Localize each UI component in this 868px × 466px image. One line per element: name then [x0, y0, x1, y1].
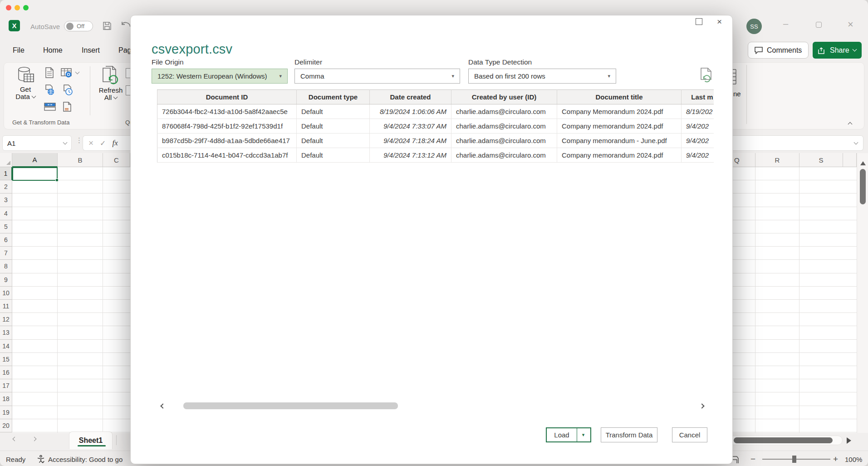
recent-sources-icon[interactable]	[63, 84, 74, 95]
get-data-button[interactable]: Get Data	[11, 66, 40, 111]
refresh-preview-icon[interactable]	[699, 68, 713, 83]
zoom-in-button[interactable]: +	[833, 454, 838, 464]
formula-bar-expand-icon[interactable]	[854, 140, 858, 144]
column-header-b[interactable]: B	[58, 153, 103, 167]
menu-tab-insert[interactable]: Insert	[82, 46, 100, 55]
cancel-button[interactable]: Cancel	[672, 427, 707, 442]
menu-tab-page-layout[interactable]: Pag	[118, 46, 131, 55]
get-data-label-2: Data	[15, 93, 30, 100]
row-header-20[interactable]: 20	[0, 419, 12, 432]
share-button[interactable]: Share	[813, 42, 862, 59]
refresh-all-button[interactable]: Refresh All	[93, 66, 128, 111]
row-header-11[interactable]: 11	[0, 300, 12, 313]
name-box[interactable]: A1	[2, 135, 72, 151]
preview-column-header[interactable]: Last m	[682, 90, 714, 104]
transform-data-button[interactable]: Transform Data	[601, 427, 657, 442]
column-header-r[interactable]: R	[755, 153, 799, 167]
save-icon[interactable]	[102, 20, 113, 31]
window-minimize-button[interactable]: –	[783, 19, 788, 28]
row-header-1[interactable]: 1	[0, 167, 12, 180]
sheet-tab-sheet1[interactable]: Sheet1	[69, 431, 113, 449]
horizontal-scrollbar[interactable]	[729, 436, 843, 445]
zoom-out-button[interactable]: −	[750, 454, 755, 464]
row-header-6[interactable]: 6	[0, 233, 12, 247]
autosave-toggle[interactable]: Off	[64, 21, 93, 31]
preview-cell: Default	[297, 104, 370, 119]
row-header-15[interactable]: 15	[0, 353, 12, 366]
row-header-14[interactable]: 14	[0, 340, 12, 353]
select-all-corner[interactable]	[0, 153, 12, 167]
row-header-3[interactable]: 3	[0, 193, 12, 207]
orange-doc-icon[interactable]	[63, 102, 72, 112]
row-header-12[interactable]: 12	[0, 313, 12, 326]
dialog-close-button[interactable]: ×	[717, 17, 722, 26]
insert-function-icon[interactable]: fx	[113, 139, 118, 148]
window-close-button[interactable]: ×	[848, 20, 853, 29]
column-header-a[interactable]: A	[12, 153, 58, 167]
file-origin-select[interactable]: 1252: Western European (Windows) ▾	[152, 69, 288, 84]
preview-scroll-right-icon[interactable]	[699, 403, 704, 408]
sheet-grid-left[interactable]	[12, 167, 130, 433]
formula-enter-icon[interactable]: ✓	[100, 139, 106, 148]
vertical-scrollbar[interactable]	[857, 153, 868, 433]
formula-bar-left[interactable]: × ✓ fx	[83, 135, 130, 151]
delimiter-select[interactable]: Comma ▾	[294, 69, 460, 84]
dialog-maximize-button[interactable]	[696, 18, 702, 25]
row-header-18[interactable]: 18	[0, 392, 12, 406]
selected-cell-a1[interactable]	[12, 167, 58, 181]
preview-scroll-thumb[interactable]	[183, 402, 398, 409]
data-type-detection-select[interactable]: Based on first 200 rows ▾	[468, 69, 616, 84]
row-header-9[interactable]: 9	[0, 273, 12, 287]
split-table-icon[interactable]	[44, 103, 56, 111]
preview-column-header[interactable]: Document title	[557, 90, 682, 104]
accessibility-icon[interactable]	[36, 455, 45, 464]
preview-scroll-left-icon[interactable]	[160, 403, 165, 408]
preview-column-header[interactable]: Created by user (ID)	[451, 90, 557, 104]
table-camera-icon[interactable]	[61, 67, 73, 78]
status-ready: Ready	[6, 456, 25, 463]
row-header-2[interactable]: 2	[0, 180, 12, 193]
load-button[interactable]: Load	[547, 428, 577, 441]
row-header-5[interactable]: 5	[0, 220, 12, 233]
formula-cancel-icon[interactable]: ×	[88, 138, 93, 148]
window-restore-button[interactable]	[816, 22, 822, 28]
traffic-light-minimize-button[interactable]	[15, 5, 20, 10]
from-web-icon[interactable]	[45, 84, 56, 95]
zoom-slider-thumb[interactable]	[792, 456, 796, 463]
row-header-10[interactable]: 10	[0, 287, 12, 300]
row-header-19[interactable]: 19	[0, 406, 12, 419]
sheet-grid-right[interactable]	[733, 167, 857, 433]
menu-tab-file[interactable]: File	[13, 46, 25, 55]
preview-column-header[interactable]: Date created	[370, 90, 451, 104]
horizontal-scroll-thumb[interactable]	[734, 437, 833, 443]
sheet-prev-icon[interactable]	[13, 437, 17, 441]
traffic-light-zoom-button[interactable]	[23, 5, 29, 10]
name-box-options-icon[interactable]: ⋮	[76, 139, 83, 142]
column-header-s[interactable]: S	[799, 153, 843, 167]
accessibility-status[interactable]: Accessibility: Good to go	[48, 456, 123, 463]
formula-bar-right[interactable]	[733, 135, 863, 151]
account-avatar[interactable]: SS	[746, 19, 762, 34]
fill-handle[interactable]	[55, 178, 59, 182]
row-header-13[interactable]: 13	[0, 326, 12, 339]
preview-column-header[interactable]: Document ID	[157, 90, 297, 104]
column-header-q[interactable]: Q	[733, 153, 755, 167]
row-header-16[interactable]: 16	[0, 366, 12, 379]
traffic-light-close-button[interactable]	[6, 5, 11, 10]
vertical-scroll-thumb[interactable]	[860, 169, 866, 204]
column-header-c[interactable]: C	[103, 153, 130, 167]
zoom-level[interactable]: 100%	[845, 456, 862, 463]
row-header-7[interactable]: 7	[0, 247, 12, 260]
row-header-17[interactable]: 17	[0, 379, 12, 392]
load-dropdown-button[interactable]: ▾	[577, 428, 589, 441]
preview-column-header[interactable]: Document type	[297, 90, 370, 104]
scroll-up-icon[interactable]	[860, 161, 866, 165]
text-file-icon[interactable]	[45, 67, 54, 78]
menu-tab-home[interactable]: Home	[43, 46, 63, 55]
row-header-4[interactable]: 4	[0, 207, 12, 220]
scroll-right-icon[interactable]	[847, 437, 851, 444]
sheet-next-icon[interactable]	[32, 437, 37, 441]
comments-button[interactable]: Comments	[748, 42, 809, 59]
zoom-slider[interactable]	[762, 459, 830, 460]
row-header-8[interactable]: 8	[0, 260, 12, 273]
